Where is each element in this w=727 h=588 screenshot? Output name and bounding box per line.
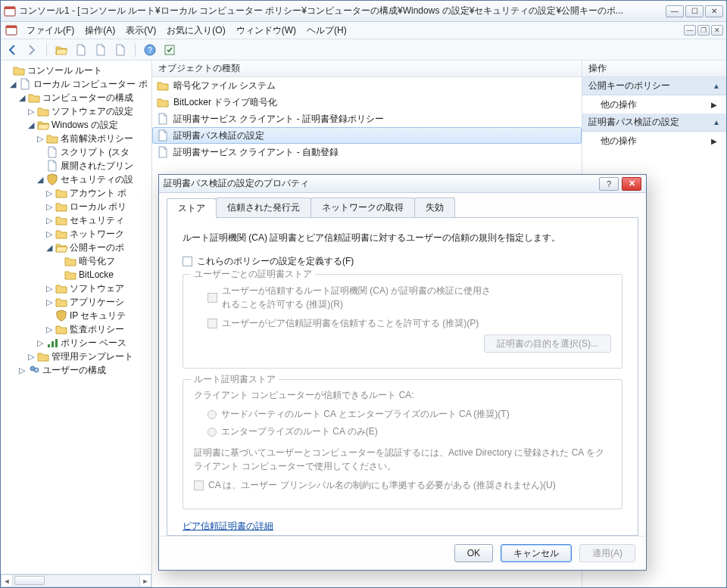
actions-item-more1[interactable]: 他の操作▶ — [582, 95, 726, 114]
list-item[interactable]: 証明書サービス クライアント - 証明書登録ポリシー — [152, 110, 582, 127]
tree-sw[interactable]: ▷ソフトウェアの設定 — [2, 104, 151, 118]
list-item[interactable]: BitLocker ドライブ暗号化 — [152, 94, 582, 110]
checkbox-define-policy[interactable]: これらのポリシーの設定を定義する(F) — [183, 255, 622, 268]
checkbox-allow-peer: ユーザーがピア信頼証明書を信頼することを許可する (推奨)(P) — [194, 317, 611, 330]
tree-lcp[interactable]: ◢ローカル コンピューター ポ — [2, 77, 151, 91]
checkbox-upn-constraint: CA は、ユーザー プリンシパル名の制約にも準拠する必要がある (推奨されません… — [194, 479, 611, 492]
forward-button[interactable] — [23, 42, 40, 58]
menu-help[interactable]: ヘルプ(H) — [307, 24, 347, 37]
tree-namres[interactable]: ▷名前解決ポリシー — [2, 132, 151, 145]
actions-title: 操作 — [582, 61, 726, 77]
tree-secopts[interactable]: ▷セキュリティ — [2, 213, 151, 227]
mdi-close-button[interactable]: ✕ — [711, 25, 723, 36]
menu-window[interactable]: ウィンドウ(W) — [236, 24, 296, 37]
properties-button[interactable] — [73, 42, 89, 58]
select-purpose-button: 証明書の目的を選択(S)... — [484, 334, 611, 353]
tab-revoc[interactable]: 失効 — [414, 198, 455, 217]
export-button[interactable] — [92, 42, 109, 58]
back-button[interactable] — [4, 42, 20, 58]
close-button[interactable]: ✕ — [705, 5, 723, 17]
tree-admintmpl[interactable]: ▷管理用テンプレート — [2, 350, 151, 363]
mdi-minimize-button[interactable]: — — [684, 25, 696, 36]
list-item[interactable]: 証明書サービス クライアント - 自動登録 — [152, 144, 582, 160]
groupbox-legend: ルート証明書ストア — [191, 373, 279, 386]
checkbox-icon[interactable] — [183, 257, 192, 266]
apply-button: 適用(A) — [579, 544, 635, 562]
actions-section-header[interactable]: 公開キーのポリシー▲ — [582, 77, 726, 95]
mdi-restore-button[interactable]: ❐ — [697, 25, 710, 36]
dialog-description: ルート証明機関 (CA) 証明書とピア信頼証明書に対するユーザーの信頼の規則を指… — [183, 232, 622, 244]
actions-item-more2[interactable]: 他の操作▶ — [582, 132, 726, 150]
collapse-icon: ▲ — [713, 82, 720, 90]
help-button[interactable] — [142, 42, 158, 58]
tree-deployed[interactable]: 展開されたプリン — [2, 159, 151, 173]
tab-netret[interactable]: ネットワークの取得 — [310, 198, 415, 217]
list-item[interactable]: 暗号化ファイル システム — [152, 77, 582, 94]
tree-policybase[interactable]: ▷ポリシー ベース — [2, 336, 151, 350]
tree-root[interactable]: コンソール ルート — [2, 64, 151, 77]
radio-icon — [207, 428, 217, 437]
groupbox-root-store: ルート証明書ストア クライアント コンピューターが信頼できるルート CA: サー… — [183, 379, 622, 509]
scroll-left-icon[interactable]: ◄ — [1, 574, 13, 587]
dialog-close-button[interactable]: ✕ — [622, 177, 641, 191]
ad-note: 証明書に基づいてユーザーとコンピューターを認証するには、Active Direc… — [194, 446, 611, 473]
checkbox-icon — [207, 319, 217, 328]
scroll-thumb[interactable] — [14, 576, 45, 585]
tree-win[interactable]: ◢Windows の設定 — [2, 118, 151, 132]
menu-action[interactable]: 操作(A) — [85, 24, 115, 37]
tree-pane: コンソール ルート ◢ローカル コンピューター ポ ◢コンピューターの構成 ▷ソ… — [1, 61, 152, 587]
tree-bitlocker[interactable]: BitLocke — [2, 268, 151, 282]
checkbox-allow-root: ユーザーが信頼するルート証明機関 (CA) が証明書の検証に使用されることを許可… — [194, 284, 611, 311]
groupbox-legend: ユーザーごとの証明書ストア — [191, 268, 315, 281]
tree-network[interactable]: ▷ネットワーク — [2, 227, 151, 241]
dialog-tabs: ストア 信頼された発行元 ネットワークの取得 失効 — [167, 198, 638, 218]
up-button[interactable] — [53, 42, 70, 58]
tree-account[interactable]: ▷アカウント ポ — [2, 186, 151, 200]
window-title: コンソール1 - [コンソール ルート¥ローカル コンピューター ポリシー¥コン… — [19, 5, 663, 17]
tree-swres[interactable]: ▷ソフトウェア — [2, 282, 151, 295]
checkbox-icon — [194, 481, 204, 490]
tree-scripts[interactable]: スクリプト (スタ — [2, 145, 151, 159]
refresh-button[interactable] — [112, 42, 129, 58]
cancel-button[interactable]: キャンセル — [501, 544, 572, 562]
menu-favorites[interactable]: お気に入り(O) — [167, 24, 225, 37]
dialog-help-button[interactable]: ? — [599, 177, 619, 191]
tab-store[interactable]: ストア — [167, 198, 217, 218]
tree-comp-cfg[interactable]: ◢コンピューターの構成 — [2, 91, 151, 104]
dialog-title: 証明書パス検証の設定のプロパティ — [164, 177, 594, 190]
tree-audit[interactable]: ▷監査ポリシー — [2, 322, 151, 336]
radio-icon — [207, 410, 217, 419]
titlebar: コンソール1 - [コンソール ルート¥ローカル コンピューター ポリシー¥コン… — [1, 1, 726, 22]
radio-thirdparty-and-enterprise: サードパーティのルート CA とエンタープライズのルート CA (推奨)(T) — [194, 408, 611, 421]
toolbar — [1, 39, 726, 61]
minimize-button[interactable]: — — [666, 5, 684, 17]
radio-enterprise-only: エンタープライズのルート CA のみ(E) — [194, 425, 611, 438]
menu-file[interactable]: ファイル(F) — [27, 24, 74, 37]
submenu-icon: ▶ — [711, 101, 717, 109]
tree[interactable]: コンソール ルート ◢ローカル コンピューター ポ ◢コンピューターの構成 ▷ソ… — [1, 61, 151, 574]
tree-sec[interactable]: ◢セキュリティの設 — [2, 173, 151, 186]
ok-button[interactable]: OK — [454, 544, 493, 562]
show-hide-button[interactable] — [161, 42, 178, 58]
mdi-child-icon — [5, 24, 17, 36]
tree-localpol[interactable]: ▷ローカル ポリ — [2, 200, 151, 213]
root-store-note: クライアント コンピューターが信頼できるルート CA: — [194, 389, 611, 402]
tree-efs[interactable]: 暗号化フ — [2, 254, 151, 268]
groupbox-user-store: ユーザーごとの証明書ストア ユーザーが信頼するルート証明機関 (CA) が証明書… — [183, 274, 622, 369]
tree-ipsec[interactable]: IP セキュリテ — [2, 309, 151, 322]
tree-hscrollbar[interactable]: ◄ ► — [1, 574, 151, 587]
submenu-icon: ▶ — [711, 137, 717, 145]
list-item-selected[interactable]: 証明書パス検証の設定 — [152, 127, 582, 144]
tree-usercfg[interactable]: ▷ユーザーの構成 — [2, 363, 151, 377]
tree-appctl[interactable]: ▷アプリケーシ — [2, 295, 151, 309]
peer-trust-link[interactable]: ピア信頼証明書の詳細 — [183, 521, 273, 531]
tab-trusted[interactable]: 信頼された発行元 — [216, 198, 311, 217]
dialog-titlebar: 証明書パス検証の設定のプロパティ ? ✕ — [159, 175, 646, 193]
menu-view[interactable]: 表示(V) — [126, 24, 156, 37]
tree-pubkey[interactable]: ◢公開キーのポ — [2, 241, 151, 254]
maximize-button[interactable]: ☐ — [685, 5, 704, 17]
scroll-right-icon[interactable]: ► — [139, 574, 151, 587]
list-header[interactable]: オブジェクトの種類 — [152, 61, 582, 77]
dialog-button-row: OK キャンセル 適用(A) — [159, 536, 646, 570]
actions-section-header2[interactable]: 証明書パス検証の設定▲ — [582, 114, 726, 132]
